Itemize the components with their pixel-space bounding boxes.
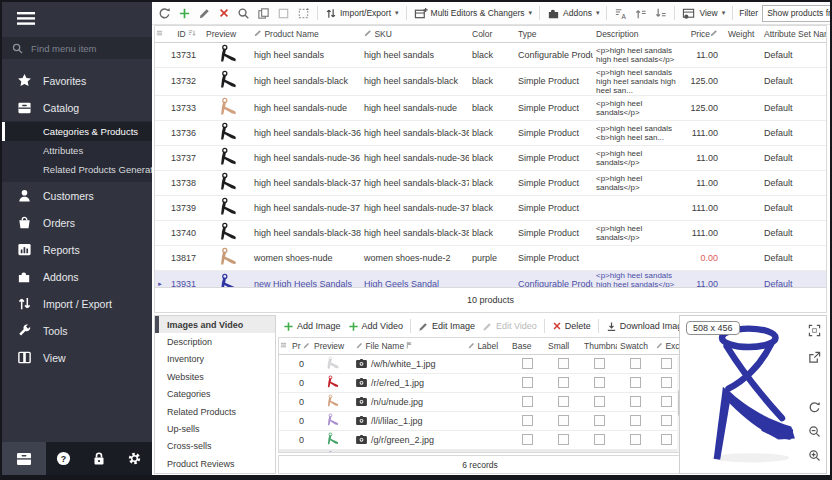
sidebar-item-import-export[interactable]: Import / Export xyxy=(2,290,152,317)
col-header-description[interactable]: Description xyxy=(593,26,685,42)
col-header-preview[interactable]: Preview xyxy=(203,26,251,42)
small-checkbox[interactable] xyxy=(558,415,569,426)
product-row-13738[interactable]: 13738high heel sandals-black-37high heel… xyxy=(155,170,827,195)
thumbnail-checkbox[interactable] xyxy=(594,415,605,426)
swatch-checkbox[interactable] xyxy=(630,434,641,445)
product-row-13737[interactable]: 13737high heel sandals-nude-36high heel … xyxy=(155,145,827,170)
delete-product-button[interactable] xyxy=(215,5,233,21)
tab-images-and-video[interactable]: Images and Video xyxy=(155,316,275,333)
lock-button[interactable] xyxy=(81,451,116,466)
image-row[interactable]: ▸1/b/l/blue_6.jpg xyxy=(279,449,680,453)
settings-button[interactable] xyxy=(117,451,152,466)
tab-description[interactable]: Description xyxy=(155,333,275,350)
col-header-thumbnail[interactable]: Thumbna xyxy=(581,338,617,354)
col-header-product-name[interactable]: Product Name xyxy=(251,26,361,42)
small-checkbox[interactable] xyxy=(558,377,569,388)
col-header-preview[interactable]: Preview xyxy=(311,338,353,354)
help-button[interactable]: ? xyxy=(46,451,81,466)
tab-related-products[interactable]: Related Products xyxy=(155,403,275,420)
col-header-weight[interactable]: Weight xyxy=(725,26,761,42)
collapse-rows-button[interactable] xyxy=(631,5,650,22)
col-header-swatch[interactable]: Swatch xyxy=(617,338,653,354)
add-image-button[interactable]: Add Image xyxy=(280,319,344,334)
swatch-checkbox[interactable] xyxy=(630,358,641,369)
col-header-color[interactable]: Color xyxy=(469,26,515,42)
exclude-checkbox[interactable] xyxy=(661,396,672,407)
clear-selection-button[interactable] xyxy=(274,5,293,22)
image-row[interactable]: 0/l/i/lilac_1.jpg xyxy=(279,411,680,430)
add-video-button[interactable]: Add Video xyxy=(345,319,406,334)
base-checkbox[interactable] xyxy=(522,377,533,388)
open-in-new-window-button[interactable] xyxy=(808,350,821,368)
sidebar-item-categories-products[interactable]: Categories & Products xyxy=(2,122,152,141)
col-header-sku[interactable]: SKU xyxy=(361,26,469,42)
refresh-button[interactable] xyxy=(155,5,174,22)
tab-inventory[interactable]: Inventory xyxy=(155,351,275,368)
expand-rows-button[interactable] xyxy=(651,5,670,22)
tab-cross-sells[interactable]: Cross-sells xyxy=(155,438,275,455)
small-checkbox[interactable] xyxy=(558,358,569,369)
thumbnail-checkbox[interactable] xyxy=(594,434,605,445)
edit-image-button[interactable]: Edit Image xyxy=(415,319,478,334)
base-checkbox[interactable] xyxy=(522,396,533,407)
swatch-checkbox[interactable] xyxy=(630,377,641,388)
tab-websites[interactable]: Websites xyxy=(155,368,275,385)
sidebar-item-view[interactable]: View xyxy=(2,344,152,371)
col-header-exclude[interactable]: Exclude xyxy=(653,338,680,354)
image-row[interactable]: 0/n/u/nude.jpg xyxy=(279,392,680,411)
zoom-out-button[interactable] xyxy=(808,424,821,442)
tab-categories[interactable]: Categories xyxy=(155,386,275,403)
product-row-13817[interactable]: 13817women shoes-nudewomen shoes-nude-2p… xyxy=(155,245,827,270)
sidebar-item-favorites[interactable]: Favorites xyxy=(2,67,152,94)
view-menu-button[interactable]: View▾ xyxy=(679,5,728,22)
filter-select[interactable]: Show products from selected categories▾ xyxy=(762,5,832,22)
exclude-checkbox[interactable] xyxy=(661,434,672,445)
image-row[interactable]: 0/r/e/red_1.jpg xyxy=(279,373,680,392)
sidebar-item-related-products-generator[interactable]: Related Products Generator xyxy=(2,160,152,179)
menu-search-input[interactable] xyxy=(29,42,133,55)
base-checkbox[interactable] xyxy=(522,434,533,445)
col-header-price[interactable]: Price xyxy=(685,26,725,42)
tab-product-reviews[interactable]: Product Reviews xyxy=(155,455,275,472)
thumbnail-checkbox[interactable] xyxy=(594,377,605,388)
thumbnail-checkbox[interactable] xyxy=(594,358,605,369)
edit-video-button[interactable]: Edit Video xyxy=(479,319,540,334)
delete-image-button[interactable]: Delete xyxy=(549,319,594,333)
sidebar-item-addons[interactable]: Addons xyxy=(2,263,152,290)
exclude-checkbox[interactable] xyxy=(661,377,672,388)
exclude-checkbox[interactable] xyxy=(661,358,672,369)
multi-editors-menu-button[interactable]: Multi Editors & Changers▾ xyxy=(411,5,536,22)
swatch-checkbox[interactable] xyxy=(630,396,641,407)
sidebar-item-reports[interactable]: Reports xyxy=(2,236,152,263)
sidebar-item-catalog[interactable]: Catalog xyxy=(2,94,152,121)
col-header-attribute-set[interactable]: Attribute Set Name xyxy=(761,26,827,42)
zoom-in-button[interactable] xyxy=(808,448,821,466)
col-header-priority[interactable]: Pr xyxy=(289,338,311,354)
base-checkbox[interactable] xyxy=(522,415,533,426)
active-module-button[interactable] xyxy=(2,442,46,475)
sidebar-item-customers[interactable]: Customers xyxy=(2,182,152,209)
image-row[interactable]: 0/g/r/green_2.jpg xyxy=(279,430,680,449)
sidebar-item-attributes[interactable]: Attributes xyxy=(2,141,152,160)
product-row-13739[interactable]: 13739high heel sandals-nude-37high heel … xyxy=(155,195,827,220)
edit-product-button[interactable] xyxy=(195,5,214,22)
sidebar-item-tools[interactable]: Tools xyxy=(2,317,152,344)
col-header-small[interactable]: Small xyxy=(545,338,581,354)
addons-menu-button[interactable]: Addons▾ xyxy=(544,5,602,22)
col-header-id[interactable]: ID xyxy=(165,26,203,42)
product-row-13731[interactable]: 13731high heel sandalshigh heel sandalsb… xyxy=(155,42,827,67)
product-row-13740[interactable]: 13740high heel sandals-black-38high heel… xyxy=(155,220,827,245)
image-row[interactable]: 0/w/h/white_1.jpg xyxy=(279,354,680,373)
multi-select-button[interactable] xyxy=(294,5,313,22)
copy-button[interactable] xyxy=(254,5,273,22)
fit-to-screen-button[interactable] xyxy=(808,323,821,341)
base-checkbox[interactable] xyxy=(522,358,533,369)
small-checkbox[interactable] xyxy=(558,434,569,445)
sort-attributes-button[interactable]: A xyxy=(611,5,630,22)
tab-up-sells[interactable]: Up-sells xyxy=(155,420,275,437)
add-product-button[interactable] xyxy=(175,5,194,22)
col-header-type[interactable]: Type xyxy=(515,26,593,42)
exclude-checkbox[interactable] xyxy=(661,415,672,426)
product-row-13733[interactable]: 13733high heel sandals-nudehigh heel san… xyxy=(155,95,827,120)
thumbnail-checkbox[interactable] xyxy=(594,396,605,407)
